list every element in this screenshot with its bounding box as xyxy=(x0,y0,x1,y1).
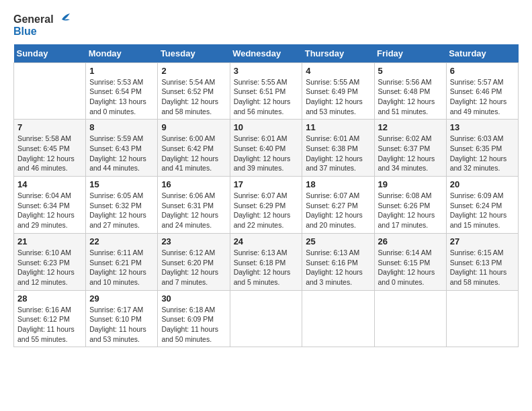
day-info: Sunrise: 5:57 AM Sunset: 6:46 PM Dayligh… xyxy=(450,77,515,117)
day-info: Sunrise: 6:13 AM Sunset: 6:16 PM Dayligh… xyxy=(306,248,370,287)
calendar-cell: 4Sunrise: 5:55 AM Sunset: 6:49 PM Daylig… xyxy=(302,62,374,120)
column-header-friday: Friday xyxy=(374,44,446,63)
calendar-cell: 7Sunrise: 5:58 AM Sunset: 6:45 PM Daylig… xyxy=(14,120,86,177)
calendar-cell: 30Sunrise: 6:18 AM Sunset: 6:09 PM Dayli… xyxy=(158,290,230,347)
page-header: General Blue xyxy=(13,13,519,38)
calendar-cell: 26Sunrise: 6:14 AM Sunset: 6:15 PM Dayli… xyxy=(374,233,446,290)
column-header-monday: Monday xyxy=(86,44,158,63)
calendar-cell: 9Sunrise: 6:00 AM Sunset: 6:42 PM Daylig… xyxy=(158,120,230,177)
logo-bird-icon xyxy=(55,13,70,26)
calendar-cell xyxy=(230,290,302,347)
day-number: 21 xyxy=(17,236,82,246)
day-number: 22 xyxy=(89,236,154,246)
calendar-week-2: 7Sunrise: 5:58 AM Sunset: 6:45 PM Daylig… xyxy=(14,120,519,177)
calendar-week-4: 21Sunrise: 6:10 AM Sunset: 6:23 PM Dayli… xyxy=(14,233,519,290)
day-number: 30 xyxy=(161,293,226,304)
calendar-cell: 16Sunrise: 6:06 AM Sunset: 6:31 PM Dayli… xyxy=(158,177,230,234)
day-info: Sunrise: 6:01 AM Sunset: 6:40 PM Dayligh… xyxy=(234,134,299,173)
day-number: 17 xyxy=(234,179,299,189)
calendar-week-1: 1Sunrise: 5:53 AM Sunset: 6:54 PM Daylig… xyxy=(14,62,519,120)
calendar-cell: 28Sunrise: 6:16 AM Sunset: 6:12 PM Dayli… xyxy=(14,290,86,347)
day-number: 8 xyxy=(89,122,154,132)
calendar-cell: 21Sunrise: 6:10 AM Sunset: 6:23 PM Dayli… xyxy=(14,233,86,290)
calendar-cell: 5Sunrise: 5:56 AM Sunset: 6:48 PM Daylig… xyxy=(374,62,446,120)
day-info: Sunrise: 6:07 AM Sunset: 6:27 PM Dayligh… xyxy=(306,191,370,230)
calendar-cell: 6Sunrise: 5:57 AM Sunset: 6:46 PM Daylig… xyxy=(446,62,518,120)
day-info: Sunrise: 5:59 AM Sunset: 6:43 PM Dayligh… xyxy=(89,134,154,173)
logo-text-general: General xyxy=(13,13,54,26)
day-info: Sunrise: 5:56 AM Sunset: 6:48 PM Dayligh… xyxy=(378,77,443,117)
calendar-cell xyxy=(446,290,518,347)
calendar-cell: 27Sunrise: 6:15 AM Sunset: 6:13 PM Dayli… xyxy=(446,233,518,290)
calendar-cell: 19Sunrise: 6:08 AM Sunset: 6:26 PM Dayli… xyxy=(374,177,446,234)
day-number: 27 xyxy=(450,236,515,246)
day-info: Sunrise: 6:13 AM Sunset: 6:18 PM Dayligh… xyxy=(234,248,299,287)
day-number: 25 xyxy=(306,236,370,246)
calendar-cell: 25Sunrise: 6:13 AM Sunset: 6:16 PM Dayli… xyxy=(302,233,374,290)
day-number: 23 xyxy=(161,236,226,246)
calendar-week-5: 28Sunrise: 6:16 AM Sunset: 6:12 PM Dayli… xyxy=(14,290,519,347)
day-number: 14 xyxy=(17,179,82,189)
day-number: 5 xyxy=(378,66,443,76)
day-info: Sunrise: 6:03 AM Sunset: 6:35 PM Dayligh… xyxy=(450,134,515,173)
calendar-cell: 11Sunrise: 6:01 AM Sunset: 6:38 PM Dayli… xyxy=(302,120,374,177)
day-number: 1 xyxy=(89,66,154,76)
calendar-cell: 3Sunrise: 5:55 AM Sunset: 6:51 PM Daylig… xyxy=(230,62,302,120)
logo-text-blue: Blue xyxy=(13,26,37,38)
day-info: Sunrise: 5:53 AM Sunset: 6:54 PM Dayligh… xyxy=(89,77,154,117)
calendar-cell: 24Sunrise: 6:13 AM Sunset: 6:18 PM Dayli… xyxy=(230,233,302,290)
calendar-cell: 15Sunrise: 6:05 AM Sunset: 6:32 PM Dayli… xyxy=(86,177,158,234)
day-number: 19 xyxy=(378,179,443,189)
day-number: 18 xyxy=(306,179,370,189)
calendar-cell: 17Sunrise: 6:07 AM Sunset: 6:29 PM Dayli… xyxy=(230,177,302,234)
day-number: 24 xyxy=(234,236,299,246)
day-number: 10 xyxy=(234,122,299,132)
calendar-cell: 1Sunrise: 5:53 AM Sunset: 6:54 PM Daylig… xyxy=(86,62,158,120)
day-info: Sunrise: 6:01 AM Sunset: 6:38 PM Dayligh… xyxy=(306,134,370,173)
day-number: 9 xyxy=(161,122,226,132)
calendar-cell: 13Sunrise: 6:03 AM Sunset: 6:35 PM Dayli… xyxy=(446,120,518,177)
day-number: 12 xyxy=(378,122,443,132)
day-info: Sunrise: 5:55 AM Sunset: 6:51 PM Dayligh… xyxy=(234,77,299,117)
calendar-table: SundayMondayTuesdayWednesdayThursdayFrid… xyxy=(13,44,519,348)
column-header-thursday: Thursday xyxy=(302,44,374,63)
calendar-cell: 8Sunrise: 5:59 AM Sunset: 6:43 PM Daylig… xyxy=(86,120,158,177)
calendar-header-row: SundayMondayTuesdayWednesdayThursdayFrid… xyxy=(14,44,519,63)
day-number: 4 xyxy=(306,66,370,76)
day-info: Sunrise: 6:10 AM Sunset: 6:23 PM Dayligh… xyxy=(17,248,82,287)
day-number: 28 xyxy=(17,293,82,304)
calendar-cell: 20Sunrise: 6:09 AM Sunset: 6:24 PM Dayli… xyxy=(446,177,518,234)
calendar-cell: 14Sunrise: 6:04 AM Sunset: 6:34 PM Dayli… xyxy=(14,177,86,234)
day-info: Sunrise: 6:16 AM Sunset: 6:12 PM Dayligh… xyxy=(17,305,82,345)
calendar-cell: 29Sunrise: 6:17 AM Sunset: 6:10 PM Dayli… xyxy=(86,290,158,347)
day-number: 3 xyxy=(234,66,299,76)
calendar-cell xyxy=(302,290,374,347)
day-info: Sunrise: 5:58 AM Sunset: 6:45 PM Dayligh… xyxy=(17,134,82,173)
day-info: Sunrise: 5:54 AM Sunset: 6:52 PM Dayligh… xyxy=(161,77,226,117)
day-info: Sunrise: 6:04 AM Sunset: 6:34 PM Dayligh… xyxy=(17,191,82,230)
day-info: Sunrise: 5:55 AM Sunset: 6:49 PM Dayligh… xyxy=(306,77,370,117)
day-number: 13 xyxy=(450,122,515,132)
day-info: Sunrise: 6:15 AM Sunset: 6:13 PM Dayligh… xyxy=(450,248,515,287)
column-header-wednesday: Wednesday xyxy=(230,44,302,63)
logo: General Blue xyxy=(13,13,70,38)
calendar-cell: 12Sunrise: 6:02 AM Sunset: 6:37 PM Dayli… xyxy=(374,120,446,177)
day-info: Sunrise: 6:05 AM Sunset: 6:32 PM Dayligh… xyxy=(89,191,154,230)
day-info: Sunrise: 6:00 AM Sunset: 6:42 PM Dayligh… xyxy=(161,134,226,173)
calendar-week-3: 14Sunrise: 6:04 AM Sunset: 6:34 PM Dayli… xyxy=(14,177,519,234)
day-number: 15 xyxy=(89,179,154,189)
day-info: Sunrise: 6:02 AM Sunset: 6:37 PM Dayligh… xyxy=(378,134,443,173)
day-info: Sunrise: 6:09 AM Sunset: 6:24 PM Dayligh… xyxy=(450,191,515,230)
day-info: Sunrise: 6:12 AM Sunset: 6:20 PM Dayligh… xyxy=(161,248,226,287)
calendar-cell: 23Sunrise: 6:12 AM Sunset: 6:20 PM Dayli… xyxy=(158,233,230,290)
day-number: 7 xyxy=(17,122,82,132)
calendar-cell: 18Sunrise: 6:07 AM Sunset: 6:27 PM Dayli… xyxy=(302,177,374,234)
day-info: Sunrise: 6:07 AM Sunset: 6:29 PM Dayligh… xyxy=(234,191,299,230)
day-info: Sunrise: 6:14 AM Sunset: 6:15 PM Dayligh… xyxy=(378,248,443,287)
day-number: 29 xyxy=(89,293,154,304)
calendar-cell: 10Sunrise: 6:01 AM Sunset: 6:40 PM Dayli… xyxy=(230,120,302,177)
column-header-sunday: Sunday xyxy=(14,44,86,63)
day-info: Sunrise: 6:08 AM Sunset: 6:26 PM Dayligh… xyxy=(378,191,443,230)
day-number: 6 xyxy=(450,66,515,76)
day-number: 16 xyxy=(161,179,226,189)
